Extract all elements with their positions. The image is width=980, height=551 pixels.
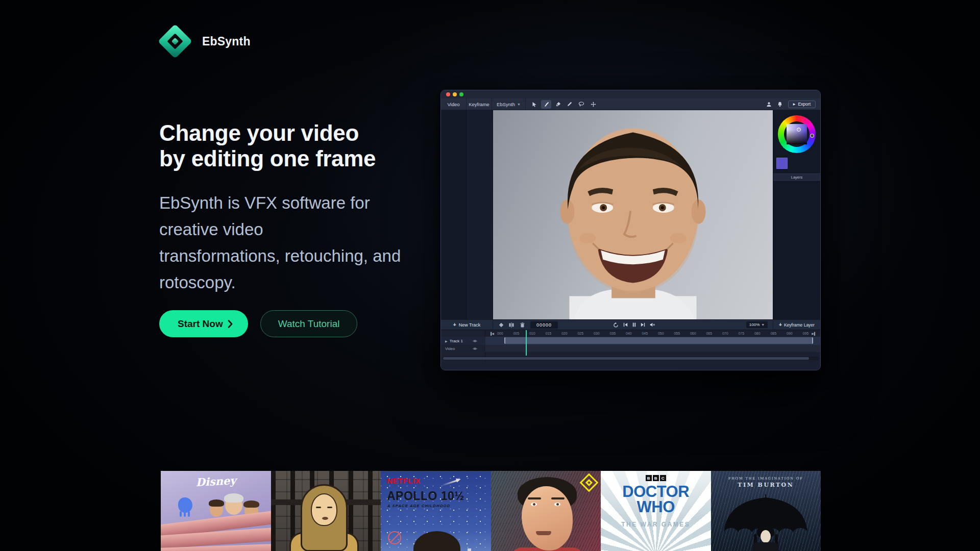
zoom-level-dropdown[interactable]: 100% ▼ bbox=[746, 321, 768, 328]
window-footer bbox=[441, 362, 820, 370]
poster-apollo: NETFLIX APOLLO 10½ A SPACE AGE CHILDHOOD bbox=[381, 471, 491, 551]
loop-icon[interactable] bbox=[613, 322, 619, 328]
track-label: Video bbox=[445, 346, 455, 351]
ruler-tick: 085 bbox=[770, 332, 776, 335]
window-body: Layers bbox=[441, 110, 820, 319]
chevron-right-icon bbox=[228, 320, 233, 328]
ruler-tick: 030 bbox=[594, 332, 600, 335]
trash-icon[interactable] bbox=[520, 322, 525, 328]
close-button[interactable] bbox=[446, 92, 450, 96]
tab-keyframe[interactable]: Keyframe bbox=[467, 98, 492, 110]
ruler-end-icon: ▶▌ bbox=[812, 332, 816, 335]
headline-line-2: by editing one frame bbox=[159, 146, 376, 171]
apollo-title: APOLLO 10½ bbox=[387, 489, 464, 503]
blue-creature bbox=[178, 497, 192, 513]
pen-tool-button[interactable] bbox=[565, 100, 575, 109]
brand-logo[interactable]: EbSynth bbox=[158, 24, 251, 58]
skip-start-icon[interactable] bbox=[623, 322, 628, 327]
keyframe-layer-button[interactable]: + Keyframe Layer bbox=[773, 320, 820, 330]
lasso-tool-button[interactable] bbox=[576, 100, 586, 109]
collapse-arrow-icon[interactable]: ▶ bbox=[445, 339, 448, 343]
transform-tool-button[interactable] bbox=[588, 100, 598, 109]
ruler-tick: 045 bbox=[642, 332, 648, 335]
app-window: Video Keyframe EbSynth ▼ bbox=[440, 90, 821, 370]
plus-icon: + bbox=[453, 322, 456, 328]
color-wheel[interactable] bbox=[778, 115, 816, 153]
saturation-value-square[interactable] bbox=[787, 124, 807, 144]
timecode-field[interactable]: 00000 bbox=[530, 321, 558, 329]
poster-rotoscope-prisoner bbox=[271, 471, 381, 551]
ruler-tick: 090 bbox=[787, 332, 793, 335]
poster-doctor-who: BBC DOCTOR WHO THE WAR GAMES bbox=[601, 471, 711, 551]
ruler-tick: 055 bbox=[674, 332, 680, 335]
pause-icon[interactable] bbox=[632, 322, 636, 327]
track-row-1[interactable]: ▶ Track 1 bbox=[441, 337, 820, 345]
app-dropdown[interactable]: EbSynth ▼ bbox=[492, 98, 526, 110]
user-icon[interactable] bbox=[766, 102, 772, 107]
ruler-tick: 035 bbox=[609, 332, 616, 335]
track-row-2[interactable]: Video bbox=[441, 345, 820, 352]
tool-group bbox=[526, 98, 602, 110]
bottom-toolbar: + New Track 00000 100% ▼ bbox=[441, 319, 820, 330]
ruler-start-icon: ▐◀ bbox=[489, 332, 494, 335]
sv-cursor[interactable] bbox=[797, 128, 801, 132]
cursor-icon bbox=[532, 102, 537, 107]
cta-row: Start Now Watch Tutorial bbox=[159, 310, 357, 337]
toolbar-right: 100% ▼ + Keyframe Layer bbox=[746, 320, 820, 330]
start-now-button[interactable]: Start Now bbox=[159, 310, 248, 337]
minimize-button[interactable] bbox=[453, 92, 457, 96]
brush-tool-button[interactable] bbox=[541, 100, 551, 109]
export-button[interactable]: ▶ Export bbox=[788, 101, 816, 108]
video-canvas[interactable] bbox=[493, 110, 773, 319]
new-track-button[interactable]: + New Track bbox=[441, 320, 493, 330]
ruler-tick: 065 bbox=[706, 332, 712, 335]
scrollbar-thumb[interactable] bbox=[443, 357, 809, 360]
playhead[interactable] bbox=[526, 330, 527, 356]
poster-wednesday: FROM THE IMAGINATION OF TIM BURTON bbox=[711, 471, 821, 551]
mute-icon[interactable] bbox=[650, 322, 655, 327]
move-icon bbox=[591, 102, 596, 107]
tim-burton-credit: TIM BURTON bbox=[711, 482, 821, 488]
layers-panel-header[interactable]: Layers bbox=[773, 173, 820, 181]
ruler-ticks: 0000050100150200250300350400450500550600… bbox=[494, 332, 812, 335]
skip-end-icon[interactable] bbox=[641, 322, 645, 327]
timeline[interactable]: ▐◀ 0000050100150200250300350400450500550… bbox=[441, 330, 820, 362]
horizontal-scrollbar[interactable] bbox=[442, 357, 819, 360]
zoom-button[interactable] bbox=[459, 92, 463, 96]
wednesday-face bbox=[761, 530, 771, 543]
ruler-tick: 020 bbox=[561, 332, 568, 335]
visibility-eye-icon[interactable] bbox=[473, 347, 477, 350]
bbc-logo: BBC bbox=[646, 475, 666, 481]
eraser-tool-button[interactable] bbox=[553, 100, 563, 109]
watch-tutorial-button[interactable]: Watch Tutorial bbox=[260, 310, 358, 337]
ruler-tick: 095 bbox=[802, 332, 808, 335]
pen-icon bbox=[567, 102, 572, 107]
keyframe-diamond-icon[interactable] bbox=[499, 322, 503, 327]
ruler-tick: 070 bbox=[722, 332, 728, 335]
page: EbSynth Change your video by editing one… bbox=[0, 0, 980, 551]
side-panel-2 bbox=[467, 110, 493, 319]
ruler-tick: 075 bbox=[738, 332, 744, 335]
visibility-eye-icon[interactable] bbox=[473, 339, 477, 343]
ferris-wheel bbox=[388, 531, 401, 544]
menu-bar: Video Keyframe EbSynth ▼ bbox=[441, 98, 820, 110]
chevron-down-icon: ▼ bbox=[761, 323, 765, 327]
play-icon: ▶ bbox=[793, 103, 796, 106]
netflix-logo: NETFLIX bbox=[387, 477, 421, 485]
timeline-ruler[interactable]: ▐◀ 0000050100150200250300350400450500550… bbox=[485, 330, 820, 337]
split-clip-icon[interactable] bbox=[509, 322, 514, 328]
transport-controls bbox=[613, 320, 655, 330]
hue-cursor[interactable] bbox=[810, 134, 814, 138]
select-tool-button[interactable] bbox=[529, 100, 540, 109]
apollo-subtitle: A SPACE AGE CHILDHOOD bbox=[387, 504, 450, 508]
eraser-icon bbox=[555, 102, 561, 107]
bell-icon[interactable] bbox=[777, 102, 782, 107]
ruler-tick: 080 bbox=[754, 332, 761, 335]
tab-video[interactable]: Video bbox=[441, 98, 467, 110]
poster-spiderverse-style bbox=[491, 471, 601, 551]
doctor-who-title: DOCTOR WHO bbox=[618, 484, 694, 515]
color-swatch[interactable] bbox=[776, 158, 788, 169]
video-clip[interactable] bbox=[504, 337, 813, 344]
ruler-tick: 025 bbox=[577, 332, 583, 335]
headline-line-1: Change your video bbox=[159, 120, 376, 146]
